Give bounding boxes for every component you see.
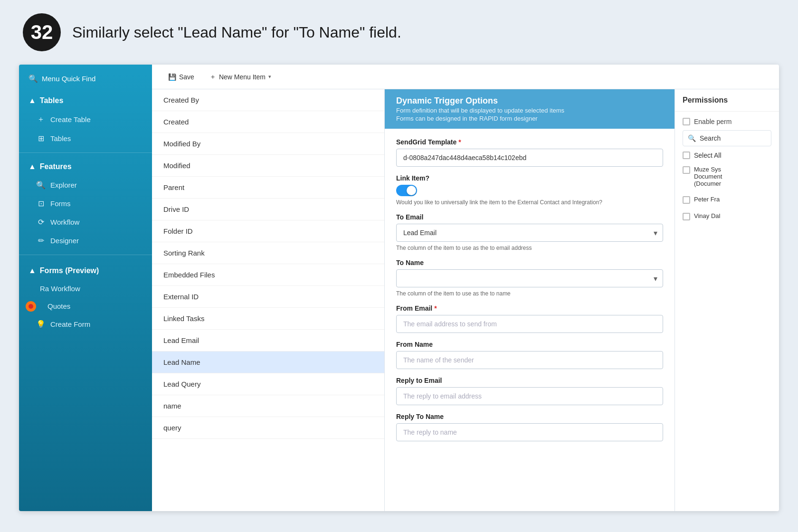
column-list-item[interactable]: Created By: [152, 89, 384, 111]
from-email-required: *: [434, 304, 437, 312]
step-number: 32: [23, 13, 61, 51]
column-list-item[interactable]: Folder ID: [152, 220, 384, 242]
to-email-label: To Email: [396, 213, 663, 221]
to-name-field-group: To Name ▾ The column of the item to use …: [396, 259, 663, 297]
sendgrid-required: *: [458, 138, 461, 146]
toggle-wrapper: [396, 185, 663, 196]
column-list-item[interactable]: External ID: [152, 286, 384, 308]
trigger-panel-title: Dynamic Trigger Options: [396, 96, 663, 106]
reply-to-name-input[interactable]: [396, 423, 663, 441]
column-list-item[interactable]: Drive ID: [152, 199, 384, 220]
from-email-input[interactable]: [396, 315, 663, 333]
sidebar-tables-item-label: Tables: [50, 134, 71, 142]
sidebar-create-form-label: Create Form: [50, 320, 90, 328]
sidebar-item-create-form[interactable]: 💡 Create Form: [19, 315, 152, 333]
to-email-select-wrapper: Lead Email ▾: [396, 224, 663, 242]
sidebar-item-tables[interactable]: ⊞ Tables: [19, 129, 152, 148]
perm-user-peter-name: Peter Fra: [694, 196, 720, 203]
sidebar-tables-section: ▲ Tables ＋ Create Table ⊞ Tables: [19, 89, 152, 151]
workflow-icon: ⟳: [36, 218, 46, 227]
new-menu-item-button[interactable]: ＋ New Menu Item ▾: [203, 69, 278, 85]
link-item-label: Link Item?: [396, 174, 663, 182]
save-label: Save: [179, 73, 194, 81]
trigger-panel: Dynamic Trigger Options Form definition …: [385, 89, 674, 511]
plus-icon-toolbar: ＋: [209, 73, 216, 81]
permissions-panel: Permissions Enable perm 🔍 Search Select …: [674, 89, 779, 511]
to-email-field-group: To Email Lead Email ▾ The column of the …: [396, 213, 663, 251]
sidebar-ra-workflow-label: Ra Workflow: [36, 285, 80, 293]
chevron-down-icon-2: ▲: [28, 162, 36, 171]
column-list-item[interactable]: Embedded Files: [152, 264, 384, 286]
perm-user-muze: Muze SysDocument(Documer: [683, 164, 771, 189]
sendgrid-label: SendGrid Template *: [396, 138, 663, 146]
sidebar-item-forms[interactable]: ⊡ Forms: [19, 194, 152, 213]
trigger-panel-header: Dynamic Trigger Options Form definition …: [385, 89, 674, 129]
perm-user-vinay-name: Vinay Dal: [694, 212, 720, 219]
create-form-icon: 💡: [36, 320, 46, 329]
to-name-label: To Name: [396, 259, 663, 266]
reply-to-email-input[interactable]: [396, 387, 663, 405]
explorer-icon: 🔍: [36, 180, 46, 190]
sidebar-item-quotes[interactable]: Quotes: [19, 297, 152, 315]
perm-user-peter-checkbox[interactable]: [683, 196, 690, 204]
column-list-item[interactable]: name: [152, 395, 384, 417]
column-list-item[interactable]: Created: [152, 111, 384, 133]
trigger-panel-body: SendGrid Template * Link Item?: [385, 129, 674, 451]
link-item-hint: Would you like to universally link the i…: [396, 199, 663, 206]
reply-to-email-label: Reply to Email: [396, 377, 663, 384]
sidebar-tables-header[interactable]: ▲ Tables: [19, 92, 152, 110]
column-list-item[interactable]: Modified: [152, 155, 384, 177]
perm-enable-label: Enable perm: [694, 118, 732, 125]
content-body: Created ByCreatedModified ByModifiedPare…: [152, 89, 779, 511]
perm-search-row[interactable]: 🔍 Search: [683, 130, 771, 146]
sidebar-features-header[interactable]: ▲ Features: [19, 158, 152, 176]
from-name-input[interactable]: [396, 351, 663, 369]
to-name-hint: The column of the item to use as the to …: [396, 290, 663, 297]
reply-to-email-field-group: Reply to Email: [396, 377, 663, 405]
perm-search-text: Search: [700, 134, 721, 142]
to-name-select-wrapper: ▾: [396, 269, 663, 287]
perm-select-all-row: Select All: [683, 151, 771, 159]
perm-select-all-checkbox[interactable]: [683, 152, 690, 159]
column-list-item[interactable]: query: [152, 417, 384, 439]
sidebar-item-explorer[interactable]: 🔍 Explorer: [19, 176, 152, 194]
trigger-panel-subtext2: Forms can be designed in the RAPID form …: [396, 115, 663, 122]
perm-select-all-label: Select All: [694, 152, 722, 159]
sendgrid-field-group: SendGrid Template *: [396, 138, 663, 167]
column-list-item[interactable]: Linked Tasks: [152, 308, 384, 330]
perm-search-icon: 🔍: [688, 134, 696, 142]
perm-enable-row: Enable perm: [683, 117, 771, 125]
sendgrid-input[interactable]: [396, 149, 663, 167]
sidebar-item-ra-workflow[interactable]: Ra Workflow: [19, 280, 152, 297]
to-email-select[interactable]: Lead Email: [396, 224, 663, 242]
perm-enable-checkbox[interactable]: [683, 118, 690, 125]
column-list-item[interactable]: Sorting Rank: [152, 242, 384, 264]
to-name-select[interactable]: [396, 269, 663, 287]
sidebar-preview-section: ▲ Forms (Preview) Ra Workflow Quotes 💡 C…: [19, 257, 152, 338]
reply-to-name-field-group: Reply To Name: [396, 413, 663, 441]
column-list-item[interactable]: Parent: [152, 177, 384, 199]
sidebar-workflow-label: Workflow: [50, 218, 79, 226]
column-list: Created ByCreatedModified ByModifiedPare…: [152, 89, 385, 511]
workflow-badge: [26, 301, 36, 312]
sidebar: 🔍 Menu Quick Find ▲ Tables ＋ Create Tabl…: [19, 65, 152, 511]
sidebar-search[interactable]: 🔍 Menu Quick Find: [19, 68, 152, 89]
column-list-item[interactable]: Modified By: [152, 133, 384, 155]
sidebar-forms-label: Forms: [50, 200, 71, 208]
column-list-item[interactable]: Lead Email: [152, 330, 384, 352]
save-button[interactable]: 💾 Save: [162, 69, 201, 85]
sidebar-forms-preview-header[interactable]: ▲ Forms (Preview): [19, 262, 152, 280]
sidebar-item-workflow[interactable]: ⟳ Workflow: [19, 213, 152, 231]
sidebar-item-create-table[interactable]: ＋ Create Table: [19, 110, 152, 129]
perm-user-muze-name: Muze SysDocument(Documer: [694, 166, 722, 187]
column-list-item[interactable]: Lead Name: [152, 352, 384, 373]
chevron-down-icon: ▲: [28, 96, 36, 105]
link-item-toggle[interactable]: [396, 185, 417, 196]
permissions-header: Permissions: [675, 89, 779, 112]
column-list-item[interactable]: Lead Query: [152, 373, 384, 395]
sidebar-item-designer[interactable]: ✏ Designer: [19, 231, 152, 250]
main-container: 🔍 Menu Quick Find ▲ Tables ＋ Create Tabl…: [19, 65, 779, 511]
from-name-field-group: From Name: [396, 341, 663, 369]
perm-user-vinay-checkbox[interactable]: [683, 213, 690, 220]
perm-user-muze-checkbox[interactable]: [683, 166, 690, 174]
